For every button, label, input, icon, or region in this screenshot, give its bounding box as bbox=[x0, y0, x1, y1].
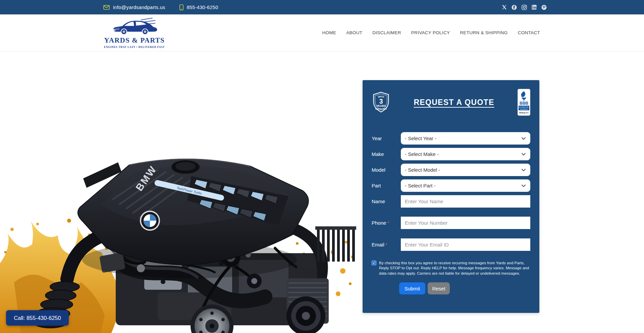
call-button[interactable]: Call: 855-430-6250 bbox=[6, 310, 69, 326]
bbb-badge: BBB ACCREDITED BUSINESS Rating A+ bbox=[518, 89, 530, 116]
email-icon bbox=[103, 5, 110, 10]
facebook-icon[interactable] bbox=[512, 5, 517, 10]
form-row-part: Part - Select Part - bbox=[372, 179, 530, 192]
form-row-name: Name bbox=[372, 195, 530, 208]
logo-tagline: ENGINES THAT LAST • DELIVERED FAST bbox=[104, 46, 165, 49]
consent-text: By checking this box you agree to receiv… bbox=[379, 260, 530, 276]
form-row-email: Email* bbox=[372, 238, 530, 251]
engine-roundel bbox=[140, 211, 160, 231]
phone-label: Phone* bbox=[372, 220, 401, 226]
nav-disclaimer[interactable]: DISCLAIMER bbox=[372, 30, 401, 35]
bbb-accredited-2: BUSINESS bbox=[520, 108, 528, 110]
name-label: Name bbox=[372, 199, 401, 204]
quote-panel-header: UPTO 3 YEARS WARRANTY REQUEST A QUOTE BB… bbox=[372, 87, 530, 118]
submit-button[interactable]: Submit bbox=[399, 282, 425, 294]
phone-input[interactable] bbox=[401, 217, 530, 229]
email-label: Email* bbox=[372, 242, 401, 247]
part-label: Part bbox=[372, 183, 401, 188]
nav-about[interactable]: ABOUT bbox=[346, 30, 362, 35]
pinterest-icon[interactable] bbox=[541, 5, 547, 10]
topbar-email-text: info@yardsandparts.us bbox=[113, 5, 165, 10]
year-label: Year bbox=[372, 135, 401, 141]
x-icon[interactable] bbox=[502, 5, 507, 10]
form-row-phone: Phone* bbox=[372, 217, 530, 229]
part-select[interactable]: - Select Part - bbox=[401, 179, 530, 192]
reset-button[interactable]: Reset bbox=[428, 282, 450, 294]
topbar-phone-text: 855-430-6250 bbox=[187, 5, 218, 10]
main-nav: HOME ABOUT DISCLAIMER PRIVACY POLICY RET… bbox=[322, 30, 540, 35]
site-header: YARDS & PARTS ENGINES THAT LAST • DELIVE… bbox=[0, 14, 644, 51]
form-buttons: Submit Reset bbox=[372, 282, 530, 294]
nav-contact[interactable]: CONTACT bbox=[518, 30, 540, 35]
warranty-line3: YEARS bbox=[376, 105, 386, 108]
nav-home[interactable]: HOME bbox=[322, 30, 336, 35]
bbb-rating: Rating A+ bbox=[519, 112, 529, 114]
engine-cover: TwinPower Turbo BMW bbox=[78, 159, 309, 278]
warranty-badge: UPTO 3 YEARS WARRANTY bbox=[372, 91, 390, 113]
form-row-make: Make - Select Make - bbox=[372, 148, 530, 160]
form-row-year: Year - Select Year - bbox=[372, 132, 530, 145]
instagram-icon[interactable] bbox=[522, 5, 527, 10]
bbb-accredited-1: ACCREDITED bbox=[519, 106, 529, 108]
social-links bbox=[502, 5, 547, 10]
topbar-contact: info@yardsandparts.us 855-430-6250 bbox=[103, 4, 218, 10]
engine-illustration: TwinPower Turbo BMW bbox=[0, 47, 362, 333]
form-title: REQUEST A QUOTE bbox=[390, 98, 518, 107]
bbb-label: BBB bbox=[520, 101, 528, 106]
make-label: Make bbox=[372, 151, 401, 157]
quote-form: Year - Select Year - Make - Select Make … bbox=[372, 132, 530, 294]
model-label: Model bbox=[372, 167, 401, 173]
email-input[interactable] bbox=[401, 238, 530, 251]
topbar-email-link[interactable]: info@yardsandparts.us bbox=[103, 5, 165, 10]
consent-checkbox[interactable]: ✓ bbox=[372, 261, 376, 265]
warranty-line1: UPTO bbox=[378, 96, 384, 98]
model-select[interactable]: - Select Model - bbox=[401, 164, 530, 176]
nav-privacy-policy[interactable]: PRIVACY POLICY bbox=[411, 30, 450, 35]
topbar-phone-link[interactable]: 855-430-6250 bbox=[179, 4, 218, 10]
linkedin-icon[interactable] bbox=[532, 5, 537, 10]
make-select[interactable]: - Select Make - bbox=[401, 148, 530, 160]
logo-car-icon bbox=[111, 17, 158, 36]
consent-row: ✓ By checking this box you agree to rece… bbox=[372, 260, 530, 276]
warranty-line4: WARRANTY bbox=[375, 108, 387, 110]
topbar: info@yardsandparts.us 855-430-6250 bbox=[0, 0, 644, 14]
name-input[interactable] bbox=[401, 195, 530, 208]
quote-panel: UPTO 3 YEARS WARRANTY REQUEST A QUOTE BB… bbox=[363, 80, 539, 313]
phone-icon bbox=[179, 4, 183, 10]
form-row-model: Model - Select Model - bbox=[372, 164, 530, 176]
logo-title: YARDS & PARTS bbox=[104, 36, 165, 45]
year-select[interactable]: - Select Year - bbox=[401, 132, 530, 145]
warranty-line2: 3 bbox=[379, 98, 383, 105]
nav-return-shipping[interactable]: RETURN & SHIPPING bbox=[460, 30, 507, 35]
logo[interactable]: YARDS & PARTS ENGINES THAT LAST • DELIVE… bbox=[104, 17, 165, 49]
